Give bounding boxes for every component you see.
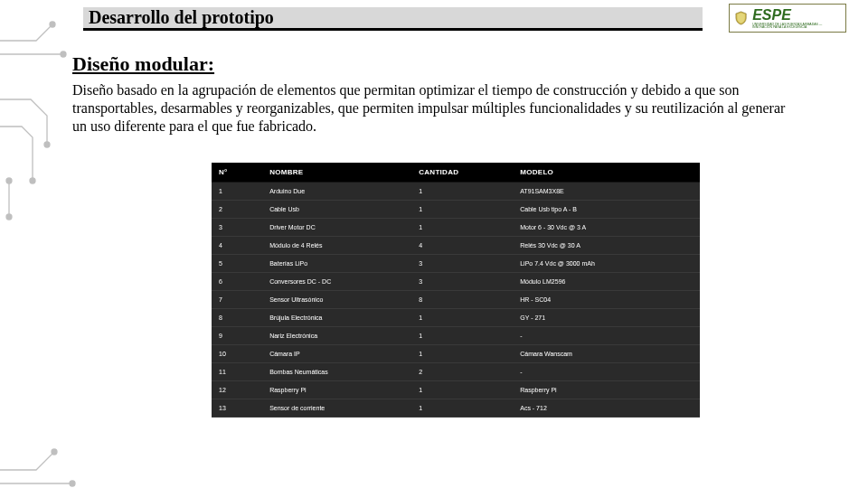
section-paragraph: Diseño basado en la agrupación de elemen…: [72, 81, 796, 136]
cell-cantidad: 4: [411, 237, 513, 255]
cell-cantidad: 1: [411, 219, 513, 237]
cell-n: 8: [212, 309, 262, 327]
cell-modelo: Motor 6 - 30 Vdc @ 3 A: [513, 219, 700, 237]
cell-cantidad: 1: [411, 309, 513, 327]
cell-cantidad: 1: [411, 399, 513, 418]
svg-point-2: [44, 142, 50, 147]
cell-nombre: Cámara IP: [262, 345, 411, 363]
slide-title: Desarrollo del prototipo: [89, 7, 274, 28]
svg-point-5: [6, 214, 12, 220]
cell-cantidad: 1: [411, 345, 513, 363]
table-row: 9Nariz Electrónica1-: [212, 327, 700, 345]
table-row: 2Cable Usb1Cable Usb tipo A - B: [212, 201, 700, 219]
table-row: 10Cámara IP1Cámara Wanscam: [212, 345, 700, 363]
svg-point-0: [50, 22, 55, 27]
cell-modelo: Módulo LM2596: [513, 273, 700, 291]
cell-modelo: GY - 271: [513, 309, 700, 327]
section-heading: Diseño modular:: [72, 52, 214, 76]
table-row: 3Driver Motor DC1Motor 6 - 30 Vdc @ 3 A: [212, 219, 700, 237]
svg-point-4: [6, 178, 12, 183]
cell-cantidad: 1: [411, 201, 513, 219]
cell-n: 13: [212, 399, 262, 418]
logo-espe: ESPE UNIVERSIDAD DE LAS FUERZAS ARMADAS …: [729, 4, 846, 33]
table-row: 7Sensor Ultrasónico8HR - SC04: [212, 291, 700, 309]
cell-cantidad: 3: [411, 273, 513, 291]
cell-nombre: Driver Motor DC: [262, 219, 411, 237]
cell-nombre: Módulo de 4 Relés: [262, 237, 411, 255]
svg-point-6: [52, 449, 57, 455]
components-table: N° NOMBRE CANTIDAD MODELO 1Arduino Due1A…: [212, 163, 700, 418]
cell-n: 9: [212, 327, 262, 345]
cell-modelo: Raspberry Pi: [513, 381, 700, 399]
logo-text: ESPE: [752, 7, 842, 23]
cell-n: 10: [212, 345, 262, 363]
cell-nombre: Raspberry Pi: [262, 381, 411, 399]
cell-n: 5: [212, 255, 262, 273]
cell-cantidad: 1: [411, 183, 513, 201]
table-row: 4Módulo de 4 Relés4Relés 30 Vdc @ 30 A: [212, 237, 700, 255]
cell-modelo: HR - SC04: [513, 291, 700, 309]
cell-n: 2: [212, 201, 262, 219]
cell-n: 1: [212, 183, 262, 201]
cell-modelo: AT91SAM3X8E: [513, 183, 700, 201]
col-num: N°: [212, 163, 262, 183]
cell-n: 11: [212, 363, 262, 381]
cell-modelo: Acs - 712: [513, 399, 700, 418]
cell-nombre: Brújula Electrónica: [262, 309, 411, 327]
svg-point-1: [61, 52, 66, 57]
table-row: 8Brújula Electrónica1GY - 271: [212, 309, 700, 327]
cell-modelo: LiPo 7.4 Vdc @ 3000 mAh: [513, 255, 700, 273]
cell-modelo: Cable Usb tipo A - B: [513, 201, 700, 219]
cell-nombre: Sensor Ultrasónico: [262, 291, 411, 309]
cell-cantidad: 3: [411, 255, 513, 273]
table-row: 13Sensor de corriente1Acs - 712: [212, 399, 700, 418]
table-row: 11Bombas Neumáticas2-: [212, 363, 700, 381]
cell-modelo: -: [513, 363, 700, 381]
cell-cantidad: 1: [411, 381, 513, 399]
table-row: 1Arduino Due1AT91SAM3X8E: [212, 183, 700, 201]
cell-nombre: Nariz Electrónica: [262, 327, 411, 345]
cell-modelo: Cámara Wanscam: [513, 345, 700, 363]
table-row: 5Baterías LiPo3LiPo 7.4 Vdc @ 3000 mAh: [212, 255, 700, 273]
cell-nombre: Conversores DC - DC: [262, 273, 411, 291]
cell-n: 3: [212, 219, 262, 237]
cell-n: 6: [212, 273, 262, 291]
cell-n: 12: [212, 381, 262, 399]
cell-cantidad: 8: [411, 291, 513, 309]
cell-n: 4: [212, 237, 262, 255]
col-cantidad: CANTIDAD: [411, 163, 513, 183]
table-row: 12Raspberry Pi1Raspberry Pi: [212, 381, 700, 399]
shield-icon: [733, 7, 749, 29]
svg-point-7: [70, 481, 75, 486]
cell-nombre: Cable Usb: [262, 201, 411, 219]
col-nombre: NOMBRE: [262, 163, 411, 183]
table-row: 6Conversores DC - DC3Módulo LM2596: [212, 273, 700, 291]
cell-modelo: Relés 30 Vdc @ 30 A: [513, 237, 700, 255]
cell-cantidad: 2: [411, 363, 513, 381]
cell-nombre: Sensor de corriente: [262, 399, 411, 418]
cell-modelo: -: [513, 327, 700, 345]
table-header-row: N° NOMBRE CANTIDAD MODELO: [212, 163, 700, 183]
logo-subtext: UNIVERSIDAD DE LAS FUERZAS ARMADAS — INN…: [752, 23, 842, 30]
svg-point-3: [30, 178, 35, 183]
cell-n: 7: [212, 291, 262, 309]
col-modelo: MODELO: [513, 163, 700, 183]
cell-nombre: Baterías LiPo: [262, 255, 411, 273]
title-bar: Desarrollo del prototipo: [83, 7, 703, 31]
cell-nombre: Bombas Neumáticas: [262, 363, 411, 381]
cell-cantidad: 1: [411, 327, 513, 345]
cell-nombre: Arduino Due: [262, 183, 411, 201]
